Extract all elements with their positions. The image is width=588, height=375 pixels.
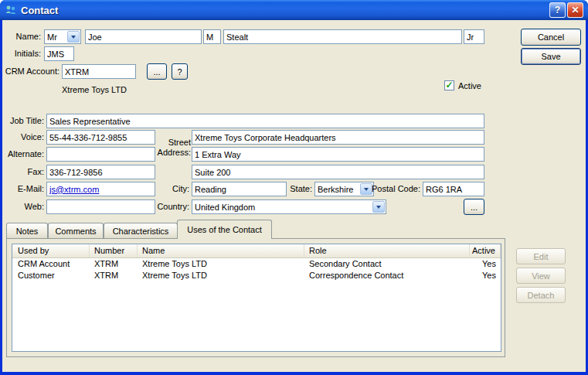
view-button[interactable]: View (516, 268, 566, 284)
titlebar[interactable]: Contact ? ✕ (0, 0, 588, 20)
tab-comments[interactable]: Comments (48, 223, 104, 238)
email-label: E-Mail: (4, 184, 44, 194)
suffix-field[interactable] (464, 29, 484, 44)
job-title-label: Job Title: (4, 116, 44, 126)
cell-name: Xtreme Toys LTD (138, 258, 304, 270)
job-title-field[interactable] (46, 114, 484, 128)
chevron-down-icon[interactable] (372, 201, 385, 213)
street-address-label: Street Address: (154, 138, 191, 158)
contact-window: Contact ? ✕ Name: Mr Cancel Initials: Sa… (0, 0, 588, 375)
address-line1-field[interactable] (192, 130, 484, 145)
name-prefix-combo[interactable]: Mr (44, 29, 81, 44)
chevron-down-icon[interactable] (67, 31, 80, 43)
crm-account-name: Xtreme Toys LTD (62, 85, 127, 95)
crm-account-label: CRM Account: (4, 66, 59, 77)
state-label: State: (287, 184, 312, 194)
cell-used-by: Customer (12, 270, 90, 281)
fax-label: Fax: (4, 167, 44, 177)
cancel-button[interactable]: Cancel (521, 29, 581, 46)
table-row[interactable]: Customer XTRM Xtreme Toys LTD Correspond… (12, 270, 501, 281)
postal-code-label: Postal Code: (372, 184, 420, 194)
city-field[interactable] (192, 182, 287, 196)
city-label: City: (154, 184, 189, 194)
uses-table[interactable]: Used by Number Name Role Active CRM Acco… (12, 244, 501, 352)
initials-label: Initials: (4, 49, 41, 59)
table-row[interactable]: CRM Account XTRM Xtreme Toys LTD Seconda… (12, 258, 501, 270)
name-prefix-value: Mr (45, 32, 67, 42)
cell-used-by: CRM Account (12, 258, 90, 270)
col-header-role[interactable]: Role (304, 244, 470, 257)
middle-initial-field[interactable] (203, 29, 221, 44)
voice-field[interactable] (46, 130, 155, 145)
table-header: Used by Number Name Role Active (12, 244, 501, 258)
dialog-body: Name: Mr Cancel Initials: Save CRM Accou… (2, 20, 586, 372)
col-header-used-by[interactable]: Used by (12, 244, 90, 257)
col-header-name[interactable]: Name (138, 244, 304, 257)
help-icon[interactable]: ? (549, 2, 566, 18)
cell-number: XTRM (90, 270, 138, 281)
state-value: Berkshire (315, 185, 360, 194)
first-name-field[interactable] (85, 29, 202, 44)
cell-name: Xtreme Toys LTD (138, 270, 304, 281)
cell-active: Yes (470, 270, 501, 281)
web-label: Web: (4, 202, 44, 212)
cell-active: Yes (470, 258, 501, 270)
cell-number: XTRM (90, 258, 138, 270)
edit-button[interactable]: Edit (516, 248, 566, 264)
fax-field[interactable] (46, 165, 155, 179)
window-title: Contact (21, 5, 548, 16)
contacts-people-icon (5, 4, 17, 16)
tab-uses-of-the-contact[interactable]: Uses of the Contact (177, 220, 272, 239)
country-value: United Kingdom (192, 203, 372, 212)
col-header-active[interactable]: Active (470, 244, 501, 257)
cell-role: Correspondence Contact (304, 270, 470, 281)
address-line3-field[interactable] (192, 165, 484, 179)
active-label: Active (458, 81, 481, 91)
alternate-field[interactable] (46, 147, 155, 162)
chevron-down-icon[interactable] (360, 183, 372, 195)
cell-role: Secondary Contact (304, 258, 470, 270)
country-browse-button[interactable]: ... (464, 199, 484, 215)
detach-button[interactable]: Detach (516, 287, 566, 303)
country-combo[interactable]: United Kingdom (192, 199, 386, 214)
alternate-label: Alternate: (4, 149, 44, 159)
tab-notes[interactable]: Notes (6, 223, 48, 238)
crm-help-button[interactable]: ? (172, 63, 188, 80)
initials-field[interactable] (44, 46, 74, 61)
name-label: Name: (4, 32, 41, 42)
crm-account-field[interactable] (62, 64, 136, 79)
crm-browse-button[interactable]: ... (147, 63, 167, 80)
web-field[interactable] (46, 199, 155, 214)
save-button[interactable]: Save (521, 48, 581, 65)
active-checkbox[interactable]: ✓ (444, 80, 454, 90)
address-line2-field[interactable] (192, 147, 484, 162)
postal-code-field[interactable] (423, 182, 484, 196)
voice-label: Voice: (4, 132, 44, 142)
last-name-field[interactable] (223, 29, 462, 44)
close-icon[interactable]: ✕ (567, 2, 583, 18)
tab-characteristics[interactable]: Characteristics (104, 223, 178, 238)
col-header-number[interactable]: Number (90, 244, 138, 257)
check-icon: ✓ (445, 80, 453, 90)
email-field[interactable] (46, 182, 155, 196)
state-combo[interactable]: Berkshire (314, 182, 374, 196)
country-label: Country: (154, 202, 189, 212)
